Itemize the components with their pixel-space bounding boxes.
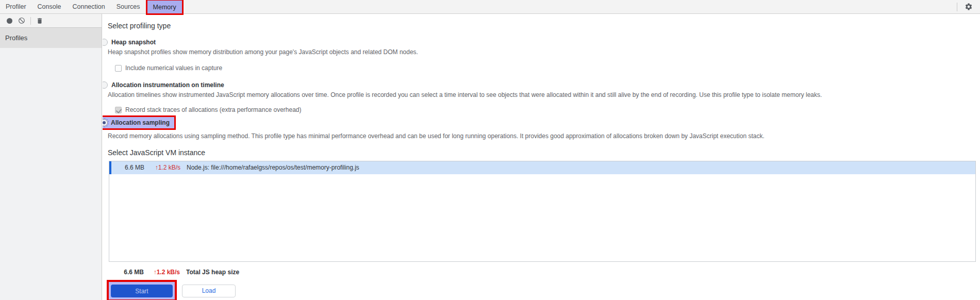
trash-icon [36, 17, 43, 25]
checkbox-include-numerical-values[interactable]: Include numerical values in capture [115, 63, 222, 73]
tab-profiler[interactable]: Profiler [0, 0, 32, 13]
tab-connection[interactable]: Connection [67, 0, 110, 13]
load-button[interactable]: Load [182, 285, 236, 297]
start-button-annotation-box: Start [107, 280, 177, 300]
vm-instance-table: 6.6 MB ↑1.2 kB/s Node.js: file:///home/r… [109, 161, 976, 262]
clear-profiles-button[interactable] [15, 17, 28, 24]
vm-heap-size: 6.6 MB [111, 161, 144, 174]
radio-icon[interactable] [103, 81, 108, 89]
radio-option-heap-snapshot[interactable]: Heap snapshot [108, 38, 156, 47]
option-description: Allocation timelines show instrumented J… [108, 91, 980, 99]
settings-button[interactable] [957, 3, 980, 11]
option-description: Heap snapshot profiles show memory distr… [108, 48, 980, 56]
radio-option-allocation-sampling[interactable]: Allocation sampling [103, 117, 174, 128]
vm-allocation-rate: ↑1.2 kB/s [151, 161, 180, 174]
sidebar-item-profiles[interactable]: Profiles [0, 28, 102, 48]
delete-profile-button[interactable] [34, 17, 46, 25]
profiles-sidebar: Profiles [0, 14, 102, 300]
radio-selected-icon[interactable] [103, 119, 108, 126]
start-button[interactable]: Start [111, 285, 173, 297]
total-heap-size: 6.6 MB [111, 269, 144, 276]
profiles-toolbar [0, 14, 102, 28]
tab-memory[interactable]: Memory [147, 1, 182, 13]
total-heap-row: 6.6 MB ↑1.2 kB/s Total JS heap size [109, 269, 980, 276]
block-icon [18, 17, 25, 24]
tab-sources[interactable]: Sources [111, 0, 146, 13]
vm-instance-heading: Select JavaScript VM instance [108, 147, 980, 158]
record-circle-icon [7, 18, 12, 24]
vm-instance-row-selected[interactable]: 6.6 MB ↑1.2 kB/s Node.js: file:///home/r… [109, 161, 975, 174]
total-heap-label: Total JS heap size [186, 269, 980, 276]
total-allocation-rate: ↑1.2 kB/s [150, 269, 180, 276]
option-label[interactable]: Allocation sampling [111, 119, 170, 126]
gear-icon [965, 3, 973, 11]
action-buttons-row: Start Load [108, 280, 980, 300]
devtools-memory-panel: Profiler Console Connection Sources Memo… [0, 0, 980, 300]
vm-instance-name: Node.js: file:///home/rafaelgss/repos/os… [187, 161, 975, 174]
tab-console[interactable]: Console [32, 0, 67, 13]
tabbar-right-controls [957, 0, 980, 13]
toolbar-separator [30, 17, 31, 25]
panel-tabbar: Profiler Console Connection Sources Memo… [0, 0, 980, 14]
radio-option-allocation-timeline[interactable]: Allocation instrumentation on timeline [108, 80, 224, 90]
checkbox-label[interactable]: Include numerical values in capture [125, 64, 222, 72]
profiling-type-heading: Select profiling type [108, 21, 980, 31]
memory-panel-content: Select profiling type Heap snapshot Heap… [103, 14, 980, 300]
checkbox-record-stack-traces[interactable]: Record stack traces of allocations (extr… [115, 105, 302, 114]
checkbox-icon [115, 107, 122, 113]
option-label[interactable]: Allocation instrumentation on timeline [111, 81, 224, 89]
option-label[interactable]: Heap snapshot [111, 39, 156, 46]
record-profile-button[interactable] [3, 18, 15, 24]
checkbox-icon[interactable] [115, 65, 122, 72]
option-description: Record memory allocations using sampling… [108, 132, 980, 140]
checkbox-label: Record stack traces of allocations (extr… [125, 106, 302, 113]
radio-icon[interactable] [103, 39, 108, 46]
